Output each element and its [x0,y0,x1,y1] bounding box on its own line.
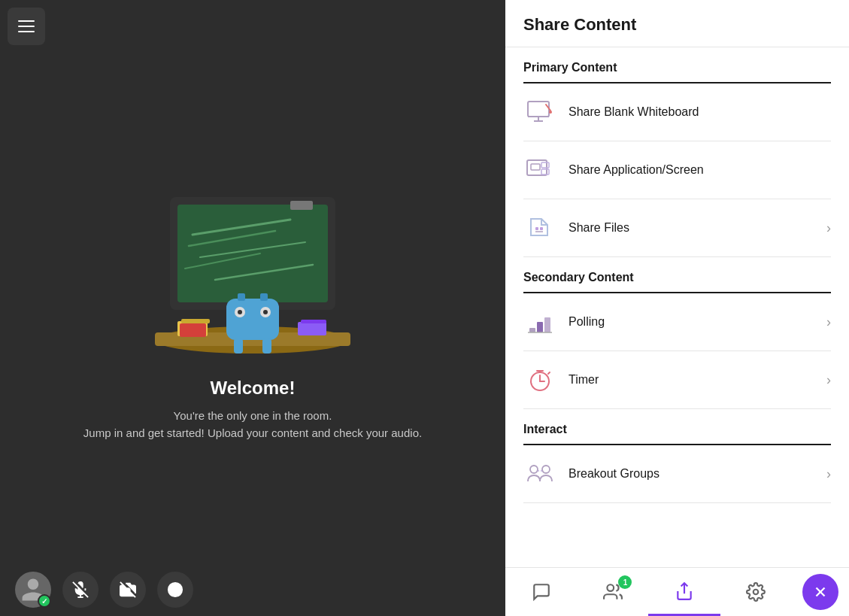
svg-rect-49 [537,322,543,332]
primary-content-label: Primary Content [523,61,617,74]
share-files-label: Share Files [569,221,814,235]
svg-rect-7 [290,201,313,210]
close-icon [812,584,829,600]
svg-rect-19 [238,293,245,301]
svg-rect-24 [298,322,326,335]
polling-chevron: › [826,314,831,330]
svg-rect-22 [181,319,210,323]
share-files-icon [523,211,556,244]
classroom-illustration [140,174,365,363]
svg-point-61 [607,584,614,591]
svg-rect-45 [535,227,538,230]
bottom-nav: 1 [505,567,849,616]
bottom-bar [0,563,505,616]
close-button[interactable] [802,574,838,610]
share-screen-button[interactable] [157,572,193,608]
share-app-label: Share Application/Screen [569,163,831,177]
panel-title: Share Content [523,15,831,35]
welcome-text: You're the only one in the room. Jump in… [83,408,422,442]
panel-content: Primary Content Share Blank Whiteboard [505,47,849,567]
svg-rect-46 [540,227,543,230]
svg-rect-48 [529,328,535,332]
panel-header: Share Content [505,0,849,47]
mute-button[interactable] [62,572,99,608]
secondary-content-label: Secondary Content [523,271,634,284]
right-panel: Share Content Primary Content Share Blan… [505,0,849,616]
svg-rect-50 [544,317,550,332]
timer-label: Timer [569,373,814,387]
svg-rect-42 [531,164,540,170]
svg-point-16 [263,310,268,314]
left-panel: Welcome! You're the only one in the room… [0,0,505,616]
settings-icon [746,582,766,602]
avatar-check-badge [38,594,51,608]
svg-point-30 [126,588,130,593]
share-nav-icon [675,581,694,601]
svg-point-58 [530,466,538,473]
svg-rect-12 [226,299,279,340]
welcome-title: Welcome! [211,378,296,399]
svg-rect-43 [541,162,549,168]
svg-rect-17 [234,338,243,354]
share-files-chevron: › [826,220,831,236]
secondary-content-section-header: Secondary Content [523,257,831,293]
svg-line-57 [548,372,550,374]
share-whiteboard-item[interactable]: Share Blank Whiteboard [523,83,831,141]
share-app-item[interactable]: Share Application/Screen [523,141,831,199]
participants-nav-button[interactable]: 1 [577,568,648,616]
svg-rect-20 [260,293,268,301]
polling-icon [523,305,556,338]
svg-point-63 [753,590,759,595]
breakout-groups-item[interactable]: Breakout Groups › [523,445,831,503]
breakout-groups-icon [523,457,556,490]
breakout-groups-chevron: › [826,466,831,482]
share-app-icon [523,153,556,187]
camera-button[interactable] [110,572,146,608]
primary-content-section-header: Primary Content [523,47,831,83]
interact-section-header: Interact [523,409,831,445]
svg-point-59 [542,466,550,473]
svg-rect-23 [180,323,206,337]
avatar-container [15,572,51,608]
menu-button[interactable] [8,8,45,45]
svg-rect-25 [301,320,326,323]
participants-badge: 1 [618,575,632,589]
breakout-groups-label: Breakout Groups [569,467,814,481]
svg-rect-44 [541,169,549,174]
svg-rect-35 [528,102,549,117]
share-nav-button[interactable] [648,568,720,616]
svg-rect-18 [262,338,271,354]
interact-label: Interact [523,423,567,435]
chat-icon [532,582,551,602]
svg-rect-1 [177,205,328,302]
svg-point-15 [238,310,242,314]
whiteboard-icon [523,96,556,129]
timer-chevron: › [826,372,831,388]
settings-nav-button[interactable] [720,568,792,616]
chat-nav-button[interactable] [505,568,577,616]
share-whiteboard-label: Share Blank Whiteboard [569,105,831,119]
timer-icon [523,363,556,396]
polling-label: Polling [569,315,814,329]
polling-item[interactable]: Polling › [523,293,831,351]
share-files-item[interactable]: Share Files › [523,199,831,257]
svg-point-40 [549,111,552,114]
timer-item[interactable]: Timer › [523,351,831,409]
close-nav-item[interactable] [792,568,849,616]
